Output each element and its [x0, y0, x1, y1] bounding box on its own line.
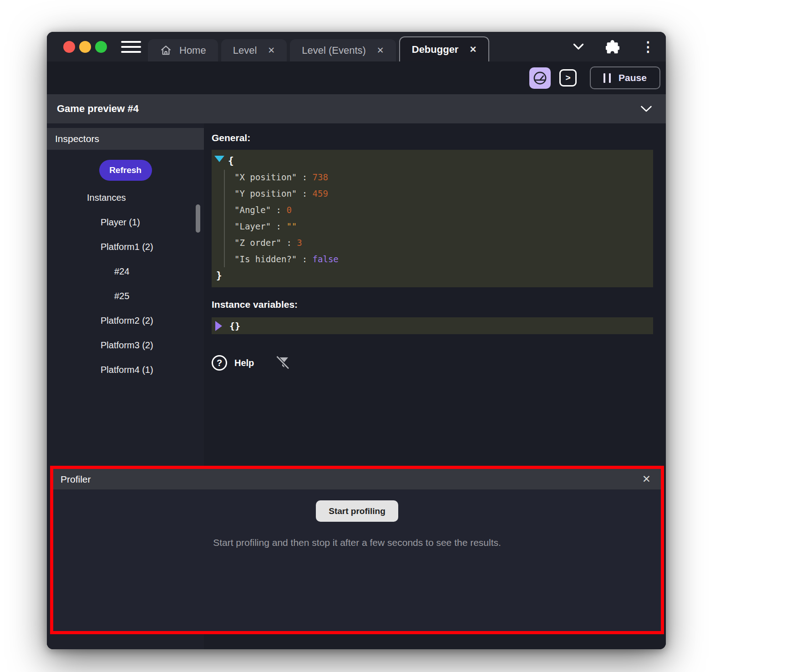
home-icon	[160, 44, 172, 56]
titlebar: Home Level ✕ Level (Events) ✕ Debugger ✕	[47, 32, 666, 61]
chevron-down-icon[interactable]	[640, 105, 652, 112]
json-value: ""	[286, 221, 297, 231]
instance-variables-label: Instance variables:	[212, 299, 653, 310]
maximize-window-button[interactable]	[95, 41, 107, 53]
json-row-is-hidden: "Is hidden?" : false	[212, 251, 653, 267]
pause-button[interactable]: Pause	[590, 66, 660, 89]
json-key: "Z order"	[234, 238, 281, 248]
extensions-puzzle-icon[interactable]	[606, 40, 619, 54]
profiler-panel: Profiler ✕ Start profiling Start profili…	[50, 466, 664, 634]
instances-tree: Instances Player (1) Platform1 (2) #24 #…	[47, 185, 204, 382]
sidebar-scrollbar-thumb[interactable]	[196, 204, 200, 233]
tree-item-platform2[interactable]: Platform2 (2)	[47, 308, 204, 333]
pause-label: Pause	[619, 72, 647, 83]
chevron-down-icon[interactable]	[573, 43, 584, 50]
overflow-menu-icon[interactable]: ⋮	[641, 40, 655, 54]
question-mark-icon: ?	[212, 355, 227, 371]
json-key: "Y position"	[234, 188, 297, 199]
tree-item-instance-24[interactable]: #24	[47, 259, 204, 284]
profiler-body: Start profiling Start profiling and then…	[53, 489, 661, 631]
help-button[interactable]: ? Help	[212, 355, 254, 371]
tree-item-platform3[interactable]: Platform3 (2)	[47, 333, 204, 357]
game-preview-title: Game preview #4	[57, 103, 139, 115]
tab-level-events[interactable]: Level (Events) ✕	[290, 39, 396, 61]
game-preview-header[interactable]: Game preview #4	[47, 94, 666, 123]
json-open-brace: {	[212, 153, 653, 169]
tree-item-instances[interactable]: Instances	[47, 185, 204, 210]
minimize-window-button[interactable]	[79, 41, 91, 53]
json-value: 459	[313, 188, 328, 199]
debugger-toolbar: > Pause	[47, 61, 666, 94]
close-tab-icon[interactable]: ✕	[268, 45, 275, 56]
tab-level[interactable]: Level ✕	[221, 39, 287, 61]
help-label: Help	[234, 358, 254, 368]
profiler-header: Profiler ✕	[53, 469, 661, 489]
profiler-description: Start profiling and then stop it after a…	[213, 537, 501, 548]
instance-variables-viewer: {}	[212, 317, 653, 334]
tree-item-platform1[interactable]: Platform1 (2)	[47, 234, 204, 259]
json-row-x-position: "X position" : 738	[212, 169, 653, 185]
close-profiler-button[interactable]: ✕	[639, 473, 654, 486]
json-value: 3	[297, 238, 302, 248]
help-row: ? Help	[212, 355, 653, 371]
general-json-viewer: { "X position" : 738 "Y position" : 459 …	[212, 150, 653, 287]
tree-item-player[interactable]: Player (1)	[47, 210, 204, 234]
tab-label: Debugger	[412, 44, 459, 56]
tree-item-instance-25[interactable]: #25	[47, 284, 204, 308]
profiler-toggle-button[interactable]	[529, 67, 551, 89]
tab-label: Home	[179, 45, 206, 56]
console-prompt-icon: >	[565, 73, 570, 83]
speedometer-icon	[532, 71, 548, 86]
inspectors-header: Inspectors	[47, 128, 204, 150]
collapse-node-icon[interactable]	[214, 156, 224, 162]
app-window: Home Level ✕ Level (Events) ✕ Debugger ✕	[47, 32, 666, 649]
profiler-title: Profiler	[61, 474, 91, 485]
tree-item-platform4[interactable]: Platform4 (1)	[47, 357, 204, 382]
json-value: 0	[286, 205, 291, 215]
start-profiling-button[interactable]: Start profiling	[316, 500, 398, 522]
json-value: false	[313, 254, 339, 264]
json-row-layer: "Layer" : ""	[212, 218, 653, 234]
tab-debugger[interactable]: Debugger ✕	[399, 36, 490, 61]
general-section-label: General:	[212, 132, 653, 143]
close-tab-icon[interactable]: ✕	[377, 45, 384, 56]
instance-variables-value: {}	[229, 321, 240, 331]
tab-bar: Home Level ✕ Level (Events) ✕ Debugger ✕	[148, 36, 489, 61]
close-tab-icon[interactable]: ✕	[469, 44, 477, 55]
json-key: "X position"	[234, 172, 297, 182]
json-key: "Angle"	[234, 205, 271, 215]
indent-guide	[224, 170, 225, 267]
json-row-angle: "Angle" : 0	[212, 202, 653, 218]
close-window-button[interactable]	[63, 41, 75, 53]
hamburger-menu-icon[interactable]	[121, 41, 141, 53]
traffic-lights	[63, 41, 107, 53]
refresh-button[interactable]: Refresh	[99, 160, 152, 181]
json-row-y-position: "Y position" : 459	[212, 185, 653, 202]
titlebar-actions: ⋮	[573, 32, 655, 61]
json-close-brace: }	[212, 267, 653, 284]
debugger-content: Inspectors Refresh Instances Player (1) …	[47, 123, 666, 649]
filter-off-icon[interactable]	[275, 355, 290, 371]
json-value: 738	[313, 172, 328, 182]
tab-label: Level	[233, 45, 257, 56]
tab-home[interactable]: Home	[148, 39, 218, 61]
tab-label: Level (Events)	[302, 45, 366, 56]
json-key: "Is hidden?"	[234, 254, 297, 264]
console-button[interactable]: >	[559, 69, 577, 87]
json-key: "Layer"	[234, 221, 271, 231]
pause-icon	[603, 73, 611, 83]
expand-node-icon[interactable]	[215, 321, 222, 331]
json-row-z-order: "Z order" : 3	[212, 234, 653, 251]
